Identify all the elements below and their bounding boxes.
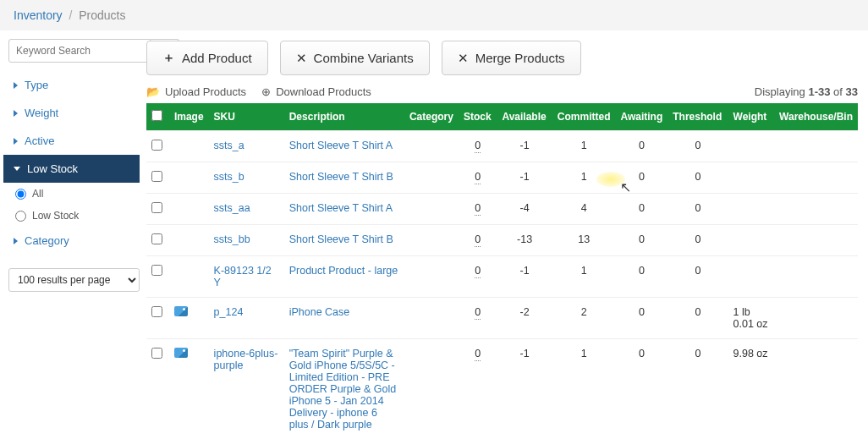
- filter-weight[interactable]: Weight: [3, 99, 140, 127]
- sku-link[interactable]: ssts_a: [209, 131, 284, 162]
- sku-link[interactable]: iphone-6plus-purple: [209, 339, 284, 440]
- col-category[interactable]: Category: [404, 103, 459, 131]
- description-link[interactable]: Short Sleeve T Shirt A: [284, 131, 404, 162]
- results-per-page-select[interactable]: 100 results per page: [8, 268, 140, 292]
- button-label: Merge Products: [475, 51, 565, 65]
- sku-link[interactable]: K-89123 1/2 Y: [209, 256, 284, 298]
- available-value: -4: [497, 194, 552, 225]
- awaiting-value: 0: [615, 131, 667, 162]
- add-product-button[interactable]: ＋Add Product: [146, 41, 268, 75]
- available-value: -2: [497, 298, 552, 339]
- stock-value[interactable]: 0: [475, 233, 481, 247]
- table-row: p_124iPhone Case0-22001 lb 0.01 oz: [146, 298, 858, 339]
- select-all-checkbox[interactable]: [151, 110, 162, 121]
- description-link[interactable]: Product Product - large: [284, 256, 404, 298]
- col-committed[interactable]: Committed: [552, 103, 616, 131]
- stock-value[interactable]: 0: [475, 171, 481, 184]
- col-threshold[interactable]: Threshold: [667, 103, 728, 131]
- row-checkbox[interactable]: [151, 140, 162, 151]
- radio-low-stock[interactable]: Low Stock: [3, 205, 140, 227]
- merge-products-button[interactable]: ✕Merge Products: [442, 41, 581, 75]
- col-sku[interactable]: SKU: [209, 103, 284, 131]
- weight-value: 9.98 oz: [728, 339, 775, 440]
- committed-value: 1: [552, 162, 616, 194]
- committed-value: 1: [552, 131, 616, 162]
- filter-active[interactable]: Active: [3, 127, 140, 155]
- col-weight[interactable]: Weight: [728, 103, 775, 131]
- radio-label: Low Stock: [32, 210, 79, 222]
- displaying-total: 33: [846, 85, 858, 98]
- row-checkbox[interactable]: [151, 202, 162, 213]
- row-checkbox[interactable]: [151, 171, 162, 182]
- sidebar: Type Weight Active Low Stock All Low Sto…: [0, 30, 140, 439]
- stock-value[interactable]: 0: [475, 202, 481, 216]
- filter-label: Type: [25, 79, 48, 91]
- description-link[interactable]: Short Sleeve T Shirt B: [284, 162, 404, 194]
- col-warehouse[interactable]: Warehouse/Bin: [774, 103, 858, 131]
- stock-value[interactable]: 0: [475, 265, 481, 278]
- button-label: Add Product: [182, 51, 252, 65]
- row-checkbox[interactable]: [151, 306, 162, 317]
- awaiting-value: 0: [615, 298, 667, 339]
- description-link[interactable]: iPhone Case: [284, 298, 404, 339]
- download-products-link[interactable]: ⊕Download Products: [261, 85, 371, 98]
- radio-all-input[interactable]: [15, 189, 26, 200]
- sku-link[interactable]: ssts_b: [209, 162, 284, 194]
- available-value: -13: [497, 225, 552, 256]
- threshold-value: 0: [667, 225, 728, 256]
- row-checkbox[interactable]: [151, 348, 162, 359]
- photo-icon: [174, 306, 188, 316]
- weight-value: [728, 225, 775, 256]
- search-input[interactable]: [8, 39, 151, 63]
- table-row: ssts_aaShort Sleeve T Shirt A0-4400: [146, 194, 858, 225]
- table-row: ssts_bShort Sleeve T Shirt B0-1100: [146, 162, 858, 194]
- awaiting-value: 0: [615, 162, 667, 194]
- filter-label: Category: [25, 234, 69, 247]
- row-checkbox[interactable]: [151, 265, 162, 276]
- description-link[interactable]: Short Sleeve T Shirt B: [284, 225, 404, 256]
- filter-type[interactable]: Type: [3, 71, 140, 99]
- col-stock[interactable]: Stock: [459, 103, 497, 131]
- col-awaiting[interactable]: Awaiting: [615, 103, 667, 131]
- breadcrumb-products: Products: [79, 8, 125, 22]
- sku-link[interactable]: p_124: [209, 298, 284, 339]
- stock-value[interactable]: 0: [475, 348, 481, 361]
- displaying-text: Displaying 1-33 of 33: [755, 85, 858, 98]
- sku-link[interactable]: ssts_bb: [209, 225, 284, 256]
- combine-variants-button[interactable]: ✕Combine Variants: [280, 41, 430, 75]
- weight-value: [728, 162, 775, 194]
- displaying-prefix: Displaying: [755, 85, 809, 98]
- radio-label: All: [32, 188, 43, 200]
- table-row: iphone-6plus-purple"Team Spirit" Purple …: [146, 339, 858, 440]
- sku-link[interactable]: ssts_aa: [209, 194, 284, 225]
- available-value: -1: [497, 131, 552, 162]
- weight-value: [728, 194, 775, 225]
- weight-value: [728, 131, 775, 162]
- threshold-value: 0: [667, 256, 728, 298]
- filter-category[interactable]: Category: [3, 227, 140, 255]
- row-checkbox[interactable]: [151, 233, 162, 244]
- radio-all[interactable]: All: [3, 183, 140, 205]
- col-image[interactable]: Image: [169, 103, 209, 131]
- caret-right-icon: [14, 110, 18, 117]
- awaiting-value: 0: [615, 194, 667, 225]
- photo-icon: [174, 348, 188, 358]
- col-description[interactable]: Description: [284, 103, 404, 131]
- filter-low-stock[interactable]: Low Stock: [3, 155, 140, 183]
- radio-low-stock-input[interactable]: [15, 211, 26, 222]
- col-available[interactable]: Available: [497, 103, 552, 131]
- caret-down-icon: [14, 167, 20, 171]
- table-row: K-89123 1/2 YProduct Product - large0-11…: [146, 256, 858, 298]
- stock-value[interactable]: 0: [475, 306, 481, 320]
- description-link[interactable]: "Team Spirit" Purple & Gold iPhone 5/5S/…: [284, 339, 404, 440]
- caret-right-icon: [14, 138, 18, 145]
- breadcrumb-inventory[interactable]: Inventory: [14, 8, 63, 22]
- breadcrumb-separator: /: [69, 8, 72, 22]
- breadcrumb: Inventory / Products: [0, 0, 868, 30]
- stock-value[interactable]: 0: [475, 140, 481, 153]
- awaiting-value: 0: [615, 339, 667, 440]
- table-row: ssts_bbShort Sleeve T Shirt B0-131300: [146, 225, 858, 256]
- description-link[interactable]: Short Sleeve T Shirt A: [284, 194, 404, 225]
- upload-products-link[interactable]: 📂Upload Products: [146, 85, 246, 98]
- link-label: Upload Products: [165, 85, 246, 98]
